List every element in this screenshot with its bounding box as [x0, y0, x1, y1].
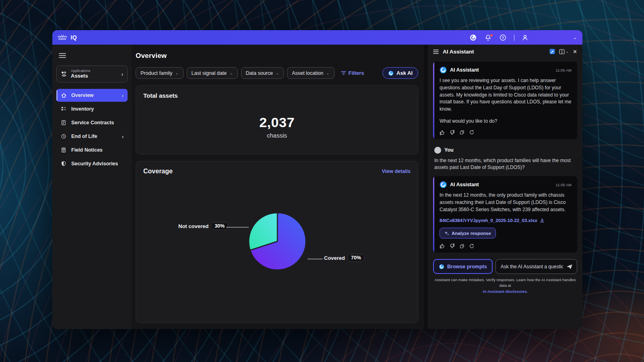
message-text: In the next 12 months, which product fam… [434, 157, 576, 172]
app-switcher-label: Assets [71, 73, 118, 79]
sidebar-item-field-notices[interactable]: Field Notices [56, 144, 128, 156]
inventory-grid-icon [60, 106, 67, 112]
page-title: Overview [136, 52, 424, 60]
topbar: cisco IQ ? ⌄ [52, 30, 582, 45]
sidebar: Applications Assets › Overview › [52, 45, 132, 329]
app-window: cisco IQ ? ⌄ [52, 30, 582, 329]
ai-assistant-panel: AI Assistant ⌄ ✕ AI [428, 45, 582, 329]
user-account-icon[interactable] [521, 33, 529, 41]
coverage-card: Coverage View details Not covered [136, 161, 418, 323]
copy-icon[interactable] [460, 244, 464, 249]
assistant-question-input[interactable] [501, 264, 563, 269]
notifications-bell-icon[interactable] [484, 33, 492, 41]
send-icon[interactable] [566, 264, 573, 269]
total-assets-value: 2,037 [136, 115, 418, 130]
cisco-logo-word: cisco [58, 38, 66, 41]
ai-avatar [440, 181, 447, 188]
message-text: I see you are reviewing your assets. I c… [440, 77, 572, 113]
shield-icon [60, 160, 67, 167]
filters-button[interactable]: Filters [341, 70, 364, 76]
notification-dot [490, 34, 493, 37]
brand: cisco IQ [58, 34, 77, 41]
sidebar-item-security-advisories[interactable]: Security Advisories [56, 157, 128, 170]
sidebar-nav: Overview › Inventory Service Contracts [56, 89, 128, 170]
notice-document-icon [60, 147, 67, 153]
ask-ai-label: Ask AI [396, 70, 413, 76]
pie-label-not-covered: Not covered 30% [178, 222, 228, 230]
disclaimer-link[interactable]: AI Assistant disclosures. [483, 289, 528, 294]
filter-label: Product family [140, 70, 172, 76]
filter-last-signal-date[interactable]: Last signal date ⌄ [187, 67, 238, 79]
message-sender: AI Assistant [450, 67, 479, 73]
browse-prompts-button[interactable]: Browse prompts [433, 259, 493, 274]
total-assets-title: Total assets [143, 92, 411, 99]
chevron-down-icon: ⌄ [229, 71, 233, 75]
assistant-question-inputbox [495, 259, 577, 274]
filter-label: Last signal date [192, 70, 227, 76]
filter-label: Data source [246, 70, 273, 76]
regenerate-icon[interactable] [469, 244, 474, 249]
filter-funnel-icon [341, 71, 346, 75]
thumbs-down-icon[interactable] [450, 243, 455, 249]
message-sender: AI Assistant [450, 182, 479, 187]
chevron-down-icon: ⌄ [326, 71, 329, 75]
ai-message: AI Assistant 11:05 AM I see you are revi… [433, 62, 577, 139]
chevron-right-icon: › [122, 71, 123, 77]
ai-logo-icon [439, 264, 444, 269]
thumbs-down-icon[interactable] [450, 130, 455, 135]
topbar-actions: ? ⌄ [469, 33, 577, 41]
clock-icon [60, 133, 67, 140]
thumbs-up-icon[interactable] [440, 130, 445, 135]
sidebar-item-inventory[interactable]: Inventory [56, 103, 128, 115]
attachment-link[interactable]: 84tCv83847rYVJpymh_0_2025-10-22_03.xlsx [440, 218, 537, 223]
filter-data-source[interactable]: Data source ⌄ [241, 67, 284, 79]
filter-bar: Product family ⌄ Last signal date ⌄ Data… [136, 67, 418, 79]
desktop-background: { "topbar": { "brand": "cisco", "product… [0, 0, 644, 362]
ai-assistant-icon[interactable] [469, 33, 477, 41]
sidebar-item-service-contracts[interactable]: Service Contracts [56, 116, 128, 129]
message-time: 11:05 AM [556, 68, 572, 72]
total-assets-unit: chassis [136, 132, 418, 139]
analyze-response-button[interactable]: Analyze response [440, 228, 496, 239]
sidebar-item-label: Security Advisories [71, 161, 118, 167]
new-chat-compose-icon[interactable] [549, 49, 555, 54]
panel-menu-icon[interactable] [433, 49, 439, 54]
sidebar-menu-icon[interactable] [59, 53, 66, 58]
copy-icon[interactable] [460, 130, 464, 135]
close-panel-icon[interactable]: ✕ [573, 49, 577, 55]
thumbs-up-icon[interactable] [440, 243, 445, 249]
download-icon[interactable] [540, 218, 545, 223]
topbar-chevron-down-icon[interactable]: ⌄ [573, 35, 577, 40]
attachment-row[interactable]: 84tCv83847rYVJpymh_0_2025-10-22_03.xlsx [440, 218, 572, 223]
sidebar-item-label: End of Life [71, 134, 97, 139]
filters-button-label: Filters [349, 70, 364, 76]
assistant-disclaimer: Assistant can make mistakes. Verify resp… [433, 277, 577, 294]
pie-label-covered: Covered 70% [324, 254, 365, 262]
sidebar-item-overview[interactable]: Overview › [56, 89, 128, 102]
browse-prompts-label: Browse prompts [447, 264, 487, 269]
ask-ai-button[interactable]: Ask AI [382, 67, 418, 79]
disclaimer-text: Assistant can make mistakes. Verify resp… [434, 278, 576, 288]
help-icon[interactable]: ? [499, 33, 507, 41]
app-switcher-assets[interactable]: Applications Assets › [56, 66, 128, 82]
chevron-down-icon: ⌄ [175, 71, 178, 75]
home-icon [60, 92, 67, 99]
view-details-link[interactable]: View details [382, 169, 411, 174]
sidebar-item-label: Service Contracts [71, 120, 114, 125]
chevron-right-icon: › [122, 134, 124, 140]
ai-logo-icon [388, 70, 394, 76]
sparkles-icon [444, 231, 449, 236]
covered-leader-line [308, 259, 323, 259]
filter-asset-location[interactable]: Asset location ⌄ [287, 67, 334, 79]
filter-product-family[interactable]: Product family ⌄ [136, 67, 184, 79]
regenerate-icon[interactable] [469, 130, 474, 135]
topbar-divider [514, 35, 514, 41]
message-actions [440, 130, 572, 135]
ai-avatar [440, 66, 447, 74]
ai-assistant-header: AI Assistant ⌄ ✕ [428, 45, 582, 58]
panel-layout-icon[interactable]: ⌄ [559, 49, 569, 54]
message-text: In the next 12 months, the only product … [440, 192, 572, 213]
svg-text:?: ? [502, 35, 504, 39]
sidebar-item-end-of-life[interactable]: End of Life › [56, 130, 128, 143]
not-covered-leader-line [226, 227, 249, 228]
